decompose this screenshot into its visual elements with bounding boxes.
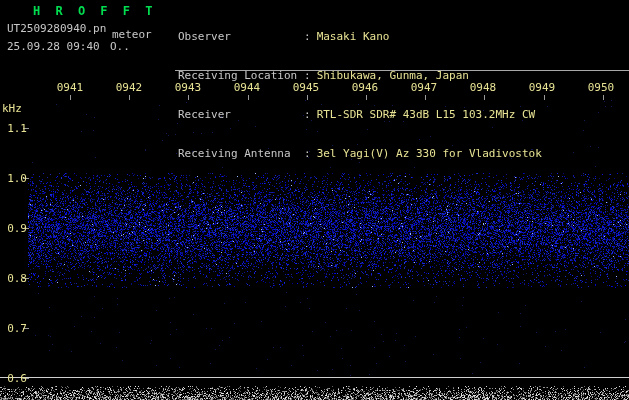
meta-label: Receiver [178, 108, 304, 121]
header-divider [175, 70, 629, 71]
meta-value: Masaki Kano [317, 30, 390, 43]
x-tick-label: 0941 [57, 81, 84, 94]
hrofft-window: H R O F F T UT2509280940.pn meteor 25.09… [0, 0, 629, 400]
y-tick-label: 0.8 [0, 272, 27, 285]
meta-row-observer: Observer : Masaki Kano [178, 30, 542, 43]
x-tick-label: 0946 [352, 81, 379, 94]
counter-label: O.. [110, 40, 130, 53]
y-tick-label: 0.6 [0, 372, 27, 385]
y-tick-label: 0.9 [0, 222, 27, 235]
meta-row-receiver: Receiver : RTL-SDR SDR# 43dB L15 103.2MH… [178, 108, 542, 121]
meta-row-antenna: Receiving Antenna : 3el Yagi(V) Az 330 f… [178, 147, 542, 160]
output-filename: UT2509280940.pn [7, 22, 106, 35]
meta-colon: : [304, 30, 311, 43]
x-tick-label: 0950 [588, 81, 615, 94]
x-tick-label: 0948 [470, 81, 497, 94]
meta-value: RTL-SDR SDR# 43dB L15 103.2MHz CW [317, 108, 536, 121]
x-tick-label: 0945 [293, 81, 320, 94]
x-tick-label: 0944 [234, 81, 261, 94]
app-title: H R O F F T [33, 4, 156, 18]
station-info: Observer : Masaki Kano Receiving Locatio… [178, 4, 542, 186]
meta-colon: : [304, 147, 311, 160]
x-tick-label: 0947 [411, 81, 438, 94]
datetime-label: 25.09.28 09:40 [7, 40, 100, 53]
y-axis-unit: kHz [2, 102, 22, 115]
meta-label: Observer [178, 30, 304, 43]
meta-colon: : [304, 108, 311, 121]
x-tick-label: 0949 [529, 81, 556, 94]
x-tick-label: 0943 [175, 81, 202, 94]
meta-label: Receiving Antenna [178, 147, 304, 160]
y-tick-label: 0.7 [0, 322, 27, 335]
x-tick-label: 0942 [116, 81, 143, 94]
y-tick-label: 1.0 [0, 172, 27, 185]
y-tick-label: 1.1 [0, 122, 27, 135]
meta-value: 3el Yagi(V) Az 330 for Vladivostok [317, 147, 542, 160]
